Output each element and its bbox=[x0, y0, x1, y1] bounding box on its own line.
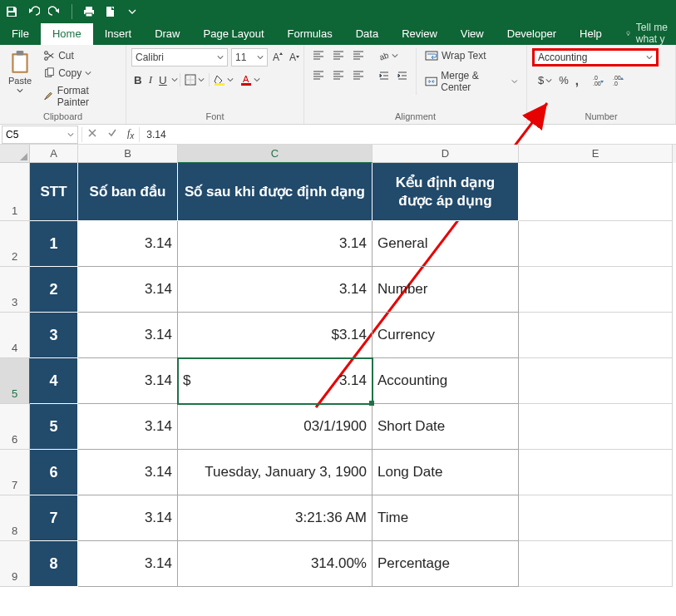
tab-home[interactable]: Home bbox=[41, 23, 93, 45]
orientation-icon[interactable]: ab bbox=[376, 48, 401, 63]
underline-button[interactable]: U bbox=[156, 72, 170, 88]
cell-B4[interactable]: 3.14 bbox=[78, 313, 178, 358]
name-box[interactable]: C5 bbox=[2, 126, 78, 144]
row-header-1[interactable]: 1 bbox=[0, 163, 30, 221]
cell-D4[interactable]: Currency bbox=[373, 313, 519, 358]
cell-C1[interactable]: Số sau khi được định dạng bbox=[178, 163, 373, 221]
cell-C5[interactable]: $3.14 bbox=[178, 358, 373, 404]
col-header-D[interactable]: D bbox=[373, 145, 519, 163]
undo-icon[interactable] bbox=[27, 5, 40, 18]
cell-D8[interactable]: Time bbox=[373, 495, 519, 541]
font-color-button[interactable]: A bbox=[238, 72, 263, 87]
cell-C4[interactable]: $3.14 bbox=[178, 313, 373, 358]
cell-E7[interactable] bbox=[519, 450, 673, 495]
save-icon[interactable] bbox=[5, 5, 18, 18]
cell-E3[interactable] bbox=[519, 267, 673, 313]
cell-B3[interactable]: 3.14 bbox=[78, 267, 178, 313]
font-size-select[interactable]: 11 bbox=[231, 48, 268, 67]
cancel-edit-icon[interactable] bbox=[82, 128, 102, 140]
tab-data[interactable]: Data bbox=[344, 23, 390, 45]
cell-B1[interactable]: Số ban đầu bbox=[78, 163, 178, 221]
cell-D1[interactable]: Kểu định dạng được áp dụng bbox=[373, 163, 519, 221]
align-left-icon[interactable] bbox=[309, 68, 328, 83]
number-format-select[interactable]: Accounting bbox=[532, 48, 659, 67]
col-header-A[interactable]: A bbox=[30, 145, 78, 163]
merge-center-button[interactable]: Merge & Center bbox=[422, 68, 521, 95]
cell-E2[interactable] bbox=[519, 221, 673, 267]
redo-icon[interactable] bbox=[48, 5, 62, 18]
tab-insert[interactable]: Insert bbox=[93, 23, 144, 45]
cell-E5[interactable] bbox=[519, 358, 673, 404]
row-header-7[interactable]: 7 bbox=[0, 450, 30, 495]
row-header-9[interactable]: 9 bbox=[0, 541, 30, 587]
tab-file[interactable]: File bbox=[0, 23, 41, 45]
tab-page-layout[interactable]: Page Layout bbox=[192, 23, 276, 45]
tab-developer[interactable]: Developer bbox=[496, 23, 568, 45]
format-painter-button[interactable]: Format Painter bbox=[40, 83, 121, 110]
row-header-5[interactable]: 5 bbox=[0, 358, 30, 404]
bold-button[interactable]: B bbox=[131, 72, 145, 88]
wrap-text-button[interactable]: Wrap Text bbox=[422, 48, 521, 63]
cell-A4[interactable]: 3 bbox=[30, 313, 78, 358]
decrease-font-icon[interactable] bbox=[288, 50, 301, 66]
cell-D3[interactable]: Number bbox=[373, 267, 519, 313]
insert-function-button[interactable]: fx bbox=[122, 127, 139, 140]
cell-A3[interactable]: 2 bbox=[30, 267, 78, 313]
tab-draw[interactable]: Draw bbox=[143, 23, 191, 45]
percent-format-button[interactable]: % bbox=[556, 72, 571, 88]
cell-A5[interactable]: 4 bbox=[30, 358, 78, 404]
decrease-indent-icon[interactable] bbox=[376, 68, 392, 83]
cell-D9[interactable]: Percentage bbox=[373, 541, 519, 587]
row-header-8[interactable]: 8 bbox=[0, 495, 30, 541]
italic-button[interactable]: I bbox=[146, 71, 155, 88]
cell-A8[interactable]: 7 bbox=[30, 495, 78, 541]
tab-view[interactable]: View bbox=[449, 23, 496, 45]
cell-B7[interactable]: 3.14 bbox=[78, 450, 178, 495]
tab-help[interactable]: Help bbox=[568, 23, 614, 45]
paste-button[interactable]: Paste bbox=[5, 48, 35, 96]
borders-button[interactable] bbox=[182, 72, 207, 87]
cell-A2[interactable]: 1 bbox=[30, 221, 78, 267]
align-top-icon[interactable] bbox=[309, 48, 328, 63]
fill-color-button[interactable] bbox=[211, 72, 236, 87]
cell-E8[interactable] bbox=[519, 495, 673, 541]
cell-B6[interactable]: 3.14 bbox=[78, 404, 178, 450]
tab-formulas[interactable]: Formulas bbox=[276, 23, 344, 45]
cell-C2[interactable]: 3.14 bbox=[178, 221, 373, 267]
cell-B8[interactable]: 3.14 bbox=[78, 495, 178, 541]
cell-E4[interactable] bbox=[519, 313, 673, 358]
increase-decimal-button[interactable] bbox=[590, 72, 608, 89]
caret-down-icon[interactable] bbox=[171, 76, 178, 83]
row-header-6[interactable]: 6 bbox=[0, 404, 30, 450]
cell-A7[interactable]: 6 bbox=[30, 450, 78, 495]
cell-D7[interactable]: Long Date bbox=[373, 450, 519, 495]
cell-B5[interactable]: 3.14 bbox=[78, 358, 178, 404]
comma-format-button[interactable]: , bbox=[573, 71, 581, 89]
quick-print-icon[interactable] bbox=[82, 5, 96, 18]
align-center-icon[interactable] bbox=[329, 68, 348, 83]
col-header-E[interactable]: E bbox=[519, 145, 673, 163]
tell-me-search[interactable]: Tell me what y bbox=[617, 22, 676, 45]
cell-C8[interactable]: 3:21:36 AM bbox=[178, 495, 373, 541]
cell-A6[interactable]: 5 bbox=[30, 404, 78, 450]
accounting-format-button[interactable]: $ bbox=[535, 72, 555, 88]
cell-E1[interactable] bbox=[519, 163, 673, 221]
cell-D6[interactable]: Short Date bbox=[373, 404, 519, 450]
cell-A1[interactable]: STT bbox=[30, 163, 78, 221]
align-bottom-icon[interactable] bbox=[349, 48, 368, 63]
cell-E9[interactable] bbox=[519, 541, 673, 587]
cell-A9[interactable]: 8 bbox=[30, 541, 78, 587]
new-file-icon[interactable] bbox=[104, 5, 117, 18]
cell-B2[interactable]: 3.14 bbox=[78, 221, 178, 267]
cell-C3[interactable]: 3.14 bbox=[178, 267, 373, 313]
row-header-2[interactable]: 2 bbox=[0, 221, 30, 267]
cell-C9[interactable]: 314.00% bbox=[178, 541, 373, 587]
decrease-decimal-button[interactable] bbox=[609, 72, 628, 89]
qat-customize-icon[interactable] bbox=[126, 5, 139, 18]
tab-review[interactable]: Review bbox=[390, 23, 449, 45]
cell-D5[interactable]: Accounting bbox=[373, 358, 519, 404]
cell-E6[interactable] bbox=[519, 404, 673, 450]
formula-value[interactable]: 3.14 bbox=[140, 129, 172, 140]
confirm-edit-icon[interactable] bbox=[102, 128, 122, 140]
cut-button[interactable]: Cut bbox=[40, 48, 121, 63]
